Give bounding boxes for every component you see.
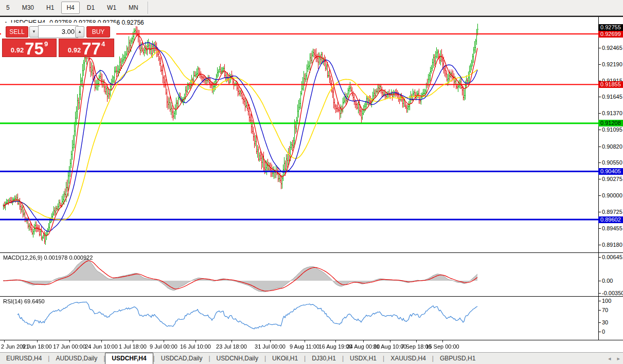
date-tick-12	[390, 340, 390, 342]
sell-price-display[interactable]: 0.92 75 9	[2, 39, 57, 57]
spin-up-icon: ▲	[78, 29, 82, 34]
buy-price-pip: 4	[101, 40, 105, 48]
timeframe-button-5[interactable]: 5	[1, 2, 15, 14]
macd-tick-mark	[599, 257, 601, 258]
macd-label: MACD(12,26,9) 0.001978 0.000922	[3, 254, 93, 261]
symbol-tab-usdcad[interactable]: USDCAD,Daily	[155, 353, 209, 364]
price-tick-mark	[599, 179, 601, 179]
symbol-tab-usdchf[interactable]: USDCHF,H4	[105, 353, 153, 364]
macd-tick--0.003507: -0.003507	[599, 290, 623, 297]
timeframe-button-d1[interactable]: D1	[82, 2, 100, 14]
date-tick-13	[416, 340, 417, 342]
macd-tick-0.006451: 0.006451	[599, 254, 623, 261]
date-label-1: 9 Jun 18:00	[22, 343, 52, 350]
symbol-tab-xauusd[interactable]: XAUUSD,H4	[384, 353, 432, 364]
date-label-5: 9 Jul 00:00	[150, 343, 177, 350]
date-tick-2	[69, 340, 70, 342]
price-tick-mark	[599, 64, 601, 65]
sell-price-main: 75	[25, 42, 44, 56]
price-tick-mark	[599, 113, 601, 114]
price-tick-0.91370: 0.91370	[599, 110, 623, 117]
symbol-tab-eurusd[interactable]: EURUSD,H4	[0, 353, 48, 364]
price-tick-0.89455: 0.89455	[599, 225, 623, 232]
buy-price-display[interactable]: 0.92 77 4	[59, 39, 114, 57]
mt4-terminal: 5M30H1H4D1W1MN ▲ USDCHF,H4 0.92758 0.927…	[0, 0, 623, 364]
date-tick-7	[232, 340, 232, 342]
volume-input[interactable]: 3.00	[38, 25, 78, 38]
price-tick-0.91645: 0.91645	[599, 94, 623, 100]
price-tick-0.90000: 0.90000	[599, 192, 623, 199]
symbol-tab-audusd[interactable]: AUDUSD,Daily	[49, 353, 103, 364]
rsi-tick-30: 30	[599, 319, 623, 326]
symbol-tab-bar: EURUSD,H4|AUDUSD,Daily|USDCHF,H4|USDCAD,…	[0, 352, 623, 364]
tab-nav: ◂ ▸	[608, 353, 620, 364]
date-label-2: 17 Jun 00:00	[53, 343, 86, 350]
rsi-indicator-chart[interactable]	[0, 297, 598, 340]
rsi-tick-0: 0	[599, 329, 623, 335]
panel-border-rsi-dates	[0, 340, 623, 340]
rsi-label: RSI(14) 69.6450	[3, 298, 45, 304]
price-tick-0.89180: 0.89180	[599, 242, 623, 248]
price-tick-0.90275: 0.90275	[599, 176, 623, 183]
one-click-trade-panel: SELL ▼ 3.00 ▲ BUY 0.92 75 9 0.92 77 4	[1, 23, 116, 57]
timeframe-button-mn[interactable]: MN	[123, 2, 144, 14]
price-tick-0.91095: 0.91095	[599, 126, 623, 133]
price-tick-mark	[599, 97, 601, 97]
date-tick-11	[363, 340, 364, 342]
date-tick-14	[442, 340, 443, 342]
symbol-tab-usdx[interactable]: USDX,H1	[344, 353, 383, 364]
date-tick-4	[133, 340, 133, 342]
price-tick-0.89725: 0.89725	[599, 209, 623, 215]
macd-tick-0.00: 0.00	[599, 278, 623, 284]
price-tick-0.90820: 0.90820	[599, 143, 623, 150]
price-tick-mark	[599, 147, 601, 147]
rsi-tick-70: 70	[599, 307, 623, 314]
sell-button[interactable]: SELL	[6, 26, 28, 38]
rsi-tick-100: 100	[599, 298, 623, 304]
sell-price-pip: 9	[44, 40, 48, 48]
rsi-tick-mark	[599, 332, 601, 332]
date-label-6: 16 Jul 10:00	[180, 343, 211, 350]
symbol-tab-usdcnh[interactable]: USDCNH,Daily	[210, 353, 264, 364]
tab-scroll-left-icon[interactable]: ◂	[608, 355, 611, 362]
timeframe-button-h4[interactable]: H4	[61, 2, 79, 14]
sell-price-prefix: 0.92	[11, 46, 24, 54]
price-level-box-0.92699: 0.92699	[598, 31, 623, 38]
spin-down-icon: ▼	[32, 29, 36, 34]
volume-decrease-button[interactable]: ▼	[29, 26, 39, 38]
price-tick-mark	[599, 162, 601, 163]
price-tick-0.92190: 0.92190	[599, 61, 623, 68]
timeframe-button-h1[interactable]: H1	[41, 2, 59, 14]
date-tick-6	[195, 340, 196, 342]
volume-increase-button[interactable]: ▲	[75, 26, 84, 38]
date-label-3: 24 Jun 10:00	[85, 343, 118, 350]
symbol-tab-gbpusd[interactable]: GBPUSD,H1	[434, 353, 482, 364]
symbol-tab-dj30[interactable]: DJ30,H1	[306, 353, 342, 364]
buy-price-prefix: 0.92	[68, 46, 81, 54]
date-label-4: 1 Jul 18:00	[119, 343, 147, 350]
symbol-tab-ukoil[interactable]: UKOil,H1	[266, 353, 304, 364]
price-tick-0.90550: 0.90550	[599, 159, 623, 166]
rsi-tick-mark	[599, 301, 601, 301]
price-tick-mark	[599, 228, 601, 229]
price-level-box-0.91855: 0.91855	[598, 81, 623, 88]
panel-border-main-macd	[0, 252, 623, 253]
timeframe-button-w1[interactable]: W1	[102, 2, 121, 14]
toolbar-separator-line	[148, 2, 149, 14]
timeframe-toolbar: 5M30H1H4D1W1MN	[0, 0, 623, 16]
date-tick-5	[164, 340, 164, 342]
price-level-box-0.91208: 0.91208	[598, 120, 623, 126]
buy-button[interactable]: BUY	[86, 26, 110, 38]
tab-scroll-right-icon[interactable]: ▸	[617, 355, 620, 362]
buy-price-main: 77	[82, 42, 101, 56]
panel-border-macd-rsi	[0, 296, 623, 297]
timeframe-button-m30[interactable]: M30	[17, 2, 39, 14]
rsi-tick-mark	[599, 322, 601, 323]
price-level-box-0.89602: 0.89602	[598, 216, 623, 223]
date-tick-9	[305, 340, 305, 342]
date-tick-8	[270, 340, 271, 342]
price-tick-0.92465: 0.92465	[599, 45, 623, 51]
macd-tick-mark	[599, 293, 601, 294]
date-label-14: 15 Sep 00:00	[425, 343, 459, 350]
date-label-9: 9 Aug 11:00	[290, 343, 319, 350]
